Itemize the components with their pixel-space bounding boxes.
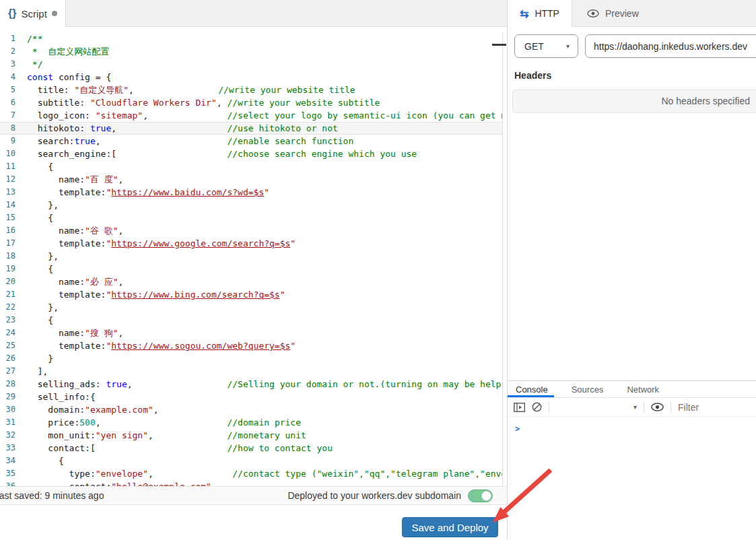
tab-script[interactable]: {} Script <box>0 0 65 27</box>
line-number: 34 <box>0 454 27 467</box>
line-number: 2 <box>0 45 27 58</box>
code-text: search:true, //enable search function <box>27 135 502 147</box>
line-number: 19 <box>0 263 27 275</box>
code-text: template:"https://www.sogou.com/web?quer… <box>27 339 502 352</box>
code-text: { <box>27 160 502 173</box>
code-text: contact:[ //how to contact you <box>27 442 502 454</box>
line-number: 9 <box>0 135 27 147</box>
code-line[interactable]: 29 sell_info:{ <box>0 391 502 403</box>
code-line[interactable]: 12 name:"百 度", <box>0 173 502 186</box>
console-filter-input[interactable] <box>678 402 742 413</box>
code-line[interactable]: 25 template:"https://www.sogou.com/web?q… <box>0 339 502 352</box>
code-text: contact:"hello@example.com", <box>27 480 502 486</box>
code-line[interactable]: 20 name:"必 应", <box>0 275 502 288</box>
panel-resize-handle[interactable] <box>492 44 506 46</box>
code-text: }, <box>27 301 502 314</box>
code-lines: 1/**2 * 自定义网站配置3 */4const config = {5 ti… <box>0 32 503 486</box>
line-number: 25 <box>0 339 27 352</box>
tab-sources[interactable]: Sources <box>563 381 610 397</box>
code-line[interactable]: 13 template:"https://www.baidu.com/s?wd=… <box>0 186 502 199</box>
code-line[interactable]: 4const config = { <box>0 71 502 83</box>
code-line[interactable]: 10 search_engine:[ //choose search engin… <box>0 147 502 160</box>
editor-tabbar: {} Script <box>0 0 507 27</box>
code-editor[interactable]: 1/**2 * 自定义网站配置3 */4const config = {5 ti… <box>0 27 507 486</box>
http-arrows-icon: ⇆ <box>520 7 528 20</box>
code-line[interactable]: 31 price:500, //domain price <box>0 416 502 429</box>
code-line[interactable]: 22 }, <box>0 301 502 314</box>
code-text: const config = { <box>27 71 502 83</box>
script-braces-icon: {} <box>8 7 16 20</box>
code-line[interactable]: 36 contact:"hello@example.com", <box>0 480 502 486</box>
code-line[interactable]: 32 mon_unit:"yen sign", //monetary unit <box>0 429 502 442</box>
code-line[interactable]: 19 { <box>0 263 502 275</box>
clear-console-icon[interactable] <box>532 402 542 412</box>
code-text: title: "自定义导航", //write your website tit… <box>27 83 502 96</box>
code-line[interactable]: 35 type:"envelope", //contact type ("wei… <box>0 467 502 480</box>
code-text: domain:"example.com", <box>27 403 502 416</box>
code-line[interactable]: 16 name:"谷 歌", <box>0 224 502 237</box>
code-text: template:"https://www.baidu.com/s?wd=$s" <box>27 186 502 199</box>
code-text: } <box>27 352 502 365</box>
code-line[interactable]: 1/** <box>0 32 502 45</box>
code-line[interactable]: 8 hitokoto: true, //use hitokoto or not <box>0 122 502 135</box>
code-line[interactable]: 14 }, <box>0 199 502 211</box>
code-line[interactable]: 23 { <box>0 314 502 327</box>
code-text: name:"必 应", <box>27 275 502 288</box>
tab-script-label: Script <box>21 8 46 20</box>
code-line[interactable]: 30 domain:"example.com", <box>0 403 502 416</box>
url-input[interactable] <box>585 34 756 58</box>
code-text: name:"百 度", <box>27 173 502 186</box>
chevron-down-icon: ▾ <box>566 42 570 50</box>
http-tabbar: ⇆ HTTP Preview <box>508 0 756 27</box>
line-number: 7 <box>0 109 27 122</box>
line-number: 8 <box>0 122 27 135</box>
toolbar-separator <box>644 401 644 413</box>
headers-empty-box: No headers specified <box>512 90 756 113</box>
console-toolbar: ▾ <box>508 398 756 417</box>
code-text: name:"谷 歌", <box>27 224 502 237</box>
code-line[interactable]: 11 { <box>0 160 502 173</box>
console-context-dropdown[interactable]: ▾ <box>556 403 637 411</box>
code-text: { <box>27 314 502 327</box>
line-number: 32 <box>0 429 27 442</box>
code-line[interactable]: 33 contact:[ //how to contact you <box>0 442 502 454</box>
show-console-sidebar-icon[interactable] <box>514 403 525 412</box>
code-line[interactable]: 5 title: "自定义导航", //write your website t… <box>0 83 502 96</box>
code-line[interactable]: 6 subtitle: "Cloudflare Workers Dir", //… <box>0 96 502 109</box>
code-line[interactable]: 26 } <box>0 352 502 365</box>
workers-dev-toggle[interactable] <box>468 490 493 502</box>
tab-preview[interactable]: Preview <box>572 0 639 26</box>
code-line[interactable]: 18 }, <box>0 250 502 263</box>
line-number: 29 <box>0 391 27 403</box>
code-line[interactable]: 15 { <box>0 211 502 224</box>
code-line[interactable]: 21 template:"https://www.bing.com/search… <box>0 288 502 301</box>
line-number: 27 <box>0 365 27 378</box>
code-line[interactable]: 17 template:"https://www.google.com/sear… <box>0 237 502 250</box>
tab-console[interactable]: Console <box>508 381 554 397</box>
method-select[interactable]: GET ▾ <box>514 34 578 58</box>
code-text: ], <box>27 365 502 378</box>
code-line[interactable]: 34 { <box>0 454 502 467</box>
code-line[interactable]: 2 * 自定义网站配置 <box>0 45 502 58</box>
code-line[interactable]: 3 */ <box>0 58 502 71</box>
code-line[interactable]: 9 search:true, //enable search function <box>0 135 502 147</box>
line-number: 1 <box>0 32 27 45</box>
code-text: price:500, //domain price <box>27 416 502 429</box>
code-line[interactable]: 24 name:"搜 狗", <box>0 327 502 339</box>
save-and-deploy-button[interactable]: Save and Deploy <box>402 517 498 537</box>
line-number: 14 <box>0 199 27 211</box>
code-text: template:"https://www.bing.com/search?q=… <box>27 288 502 301</box>
tab-http[interactable]: ⇆ HTTP <box>508 0 572 27</box>
tab-network[interactable]: Network <box>619 381 665 397</box>
toolbar-separator <box>671 401 671 413</box>
line-number: 3 <box>0 58 27 71</box>
line-number: 30 <box>0 403 27 416</box>
tab-preview-label: Preview <box>605 8 639 19</box>
tab-http-label: HTTP <box>535 8 559 19</box>
eye-icon[interactable] <box>651 403 664 411</box>
code-line[interactable]: 7 logo_icon: "sitemap", //select your lo… <box>0 109 502 122</box>
deploy-status-label: Deployed to your workers.dev subdomain <box>287 490 461 501</box>
code-line[interactable]: 27 ], <box>0 365 502 378</box>
console-body[interactable]: > <box>508 417 756 434</box>
code-line[interactable]: 28 selling_ads: true, //Selling your dom… <box>0 378 502 391</box>
